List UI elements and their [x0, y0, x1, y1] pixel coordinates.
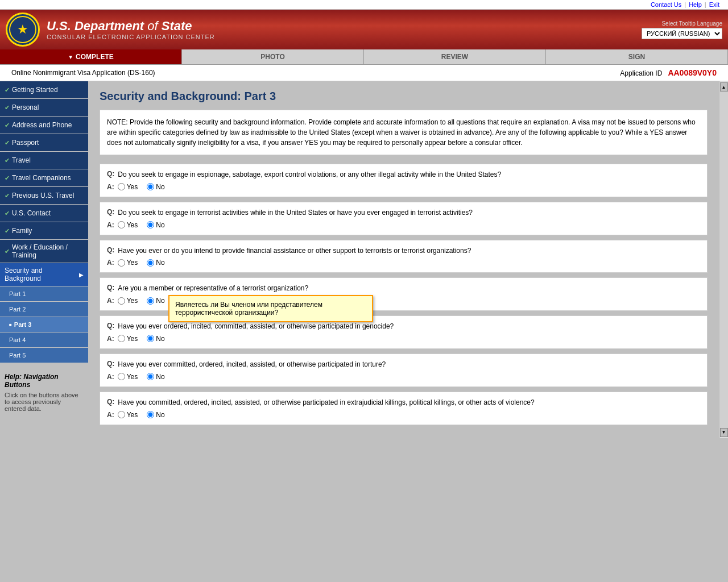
sidebar-sub-part4[interactable]: Part 4 — [0, 332, 88, 347]
q5-yes-label[interactable]: Yes — [118, 335, 138, 343]
q6-radio-group: Yes No — [118, 373, 172, 381]
question-3: Q: Have you ever or do you intend to pro… — [100, 240, 708, 273]
q7-no-radio[interactable] — [147, 411, 154, 418]
sidebar-item-personal[interactable]: ✔ Personal — [0, 99, 88, 116]
check-icon: ✔ — [5, 227, 10, 235]
check-icon: ✔ — [5, 157, 10, 164]
scroll-up-button[interactable]: ▲ — [720, 82, 728, 92]
check-icon: ✔ — [5, 86, 10, 94]
q3-no-label[interactable]: No — [147, 259, 164, 267]
a6-label: A: — [107, 373, 114, 381]
q3-yes-radio[interactable] — [118, 259, 125, 267]
sidebar-sub-part5[interactable]: Part 5 — [0, 348, 88, 363]
seal-logo: ★ — [6, 13, 40, 47]
check-icon: ✔ — [5, 139, 10, 147]
app-id-area: Application ID AA0089V0Y0 — [620, 68, 717, 77]
q2-radio-group: Yes No — [118, 221, 172, 229]
sidebar-item-getting-started[interactable]: ✔ Getting Started — [0, 81, 88, 98]
q1-yes-radio[interactable] — [118, 183, 125, 190]
q1-yes-label[interactable]: Yes — [118, 183, 138, 191]
q3-no-radio[interactable] — [147, 259, 154, 267]
sidebar-item-us-contact[interactable]: ✔ U.S. Contact — [0, 205, 88, 222]
nav-tabs: COMPLETE PHOTO REVIEW SIGN — [0, 49, 728, 65]
q7-radio-group: Yes No — [118, 411, 172, 419]
q4-yes-label[interactable]: Yes — [118, 297, 138, 305]
sidebar-item-address-phone[interactable]: ✔ Address and Phone — [0, 117, 88, 134]
subtitle: CONSULAR ELECTRONIC APPLICATION CENTER — [47, 34, 215, 40]
a5-label: A: — [107, 335, 114, 343]
q1-label: Q: — [107, 170, 114, 180]
sidebar-item-travel-companions[interactable]: ✔ Travel Companions — [0, 169, 88, 186]
scroll-down-button[interactable]: ▼ — [720, 428, 728, 437]
sidebar-sub-part1[interactable]: Part 1 — [0, 286, 88, 301]
sidebar-sub-part3[interactable]: Part 3 — [0, 317, 88, 332]
sidebar-item-travel[interactable]: ✔ Travel — [0, 152, 88, 169]
lang-label: Select Tooltip Language — [661, 20, 722, 27]
q7-yes-label[interactable]: Yes — [118, 411, 138, 419]
q5-no-radio[interactable] — [147, 335, 154, 342]
sidebar-item-family[interactable]: ✔ Family — [0, 222, 88, 239]
sidebar: ✔ Getting Started ✔ Personal ✔ Address a… — [0, 81, 88, 438]
a1-label: A: — [107, 183, 114, 191]
q2-yes-label[interactable]: Yes — [118, 221, 138, 229]
question-4: Q: Are you a member or representative of… — [100, 277, 708, 311]
q2-no-label[interactable]: No — [147, 221, 164, 229]
page-title: Security and Background: Part 3 — [100, 90, 708, 103]
form-name: Online Nonimmigrant Visa Application (DS… — [11, 69, 155, 77]
top-bar: Contact Us | Help | Exit — [0, 0, 728, 10]
app-id-value: AA0089V0Y0 — [668, 68, 717, 77]
q2-text: Do you seek to engage in terrorist activ… — [118, 208, 473, 218]
q4-radio-group: Yes No — [118, 297, 172, 305]
department-name: U.S. Department of State — [47, 19, 215, 34]
sidebar-item-previous-us-travel[interactable]: ✔ Previous U.S. Travel — [0, 187, 88, 204]
app-id-bar: Online Nonimmigrant Visa Application (DS… — [0, 65, 728, 81]
q5-label: Q: — [107, 322, 114, 331]
sidebar-item-passport[interactable]: ✔ Passport — [0, 134, 88, 151]
scrollbar[interactable]: ▲ ▼ — [719, 81, 728, 438]
q2-yes-radio[interactable] — [118, 221, 125, 228]
scroll-track — [720, 92, 728, 428]
a4-label: A: — [107, 297, 114, 305]
tab-complete[interactable]: COMPLETE — [0, 49, 182, 64]
app-id-label: Application ID — [620, 69, 662, 77]
q2-no-radio[interactable] — [147, 221, 154, 228]
q5-yes-radio[interactable] — [118, 335, 125, 342]
question-2: Q: Do you seek to engage in terrorist ac… — [100, 202, 708, 235]
tab-photo[interactable]: PHOTO — [182, 49, 364, 64]
q4-yes-radio[interactable] — [118, 297, 125, 305]
q5-no-label[interactable]: No — [147, 335, 164, 343]
contact-us-link[interactable]: Contact Us — [651, 1, 681, 8]
a2-label: A: — [107, 221, 114, 229]
q7-text: Have you committed, ordered, incited, as… — [118, 398, 534, 408]
q6-yes-label[interactable]: Yes — [118, 373, 138, 381]
check-icon: ✔ — [5, 248, 10, 255]
q4-label: Q: — [107, 284, 114, 293]
q1-no-label[interactable]: No — [147, 183, 164, 191]
sidebar-sub-part2[interactable]: Part 2 — [0, 302, 88, 317]
q7-no-label[interactable]: No — [147, 411, 164, 419]
help-link[interactable]: Help — [689, 1, 702, 8]
help-text: Click on the buttons above to access pre… — [5, 392, 84, 412]
q7-yes-radio[interactable] — [118, 411, 125, 418]
q5-radio-group: Yes No — [118, 335, 172, 343]
q3-radio-group: Yes No — [118, 259, 172, 267]
q6-no-label[interactable]: No — [147, 373, 164, 381]
exit-link[interactable]: Exit — [709, 1, 719, 8]
q6-yes-radio[interactable] — [118, 373, 125, 380]
language-select[interactable]: РУССКИЙ (RUSSIAN) — [642, 28, 722, 39]
q1-no-radio[interactable] — [147, 183, 154, 190]
q6-no-radio[interactable] — [147, 373, 154, 380]
tab-sign[interactable]: SIGN — [546, 49, 728, 64]
main-layout: ✔ Getting Started ✔ Personal ✔ Address a… — [0, 81, 728, 438]
q4-text: Are you a member or representative of a … — [118, 284, 308, 293]
sidebar-item-work-education[interactable]: ✔ Work / Education / Training — [0, 240, 88, 263]
tab-review[interactable]: REVIEW — [364, 49, 546, 64]
check-icon: ✔ — [5, 210, 10, 217]
q4-no-radio[interactable] — [147, 297, 154, 305]
q4-no-label[interactable]: No — [147, 297, 164, 305]
sidebar-item-security-background[interactable]: Security and Background ▶ — [0, 263, 88, 286]
q1-text: Do you seek to engage in espionage, sabo… — [118, 170, 501, 180]
question-7: Q: Have you committed, ordered, incited,… — [100, 392, 708, 425]
header: ★ U.S. Department of State CONSULAR ELEC… — [0, 10, 728, 49]
q3-yes-label[interactable]: Yes — [118, 259, 138, 267]
